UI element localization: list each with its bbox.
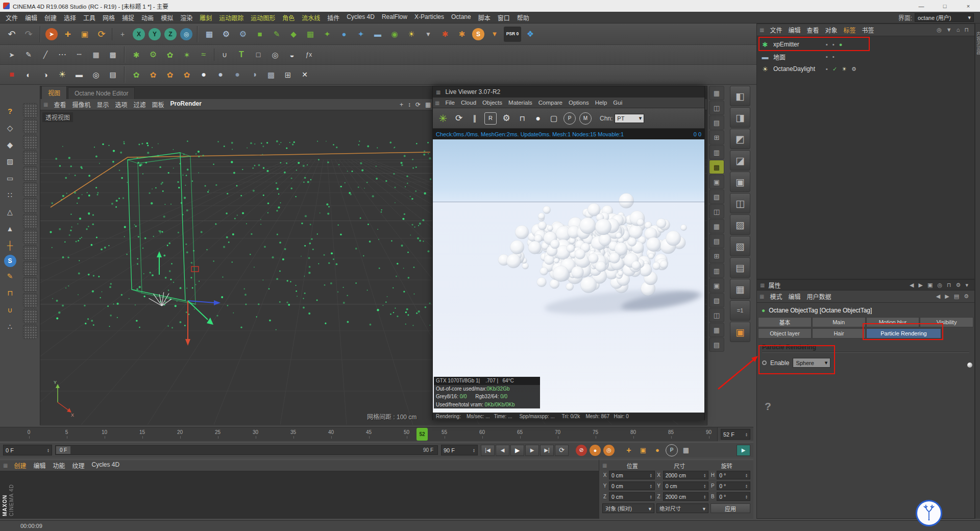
size-mode-select[interactable]: 绝对尺寸▾ bbox=[656, 503, 708, 513]
attribute-tab[interactable]: Motion blur bbox=[866, 317, 920, 327]
knife-icon[interactable]: ╱ bbox=[38, 47, 53, 62]
playhead[interactable]: 52 bbox=[416, 428, 428, 441]
snap-tool-icon[interactable]: ◫ bbox=[709, 204, 724, 219]
material-menu-item[interactable]: Cycles 4D bbox=[88, 461, 124, 470]
history-back-icon[interactable]: ◀ bbox=[936, 293, 940, 300]
palette-slot-icon[interactable] bbox=[23, 103, 37, 117]
record-button[interactable]: ⊘ bbox=[576, 445, 587, 456]
lock-icon[interactable]: ⊓ bbox=[964, 27, 969, 33]
attribute-tab[interactable]: 基本 bbox=[758, 317, 812, 327]
loop-button[interactable]: ⟳ bbox=[555, 445, 569, 456]
palette-slot-icon[interactable] bbox=[23, 135, 37, 149]
modeling-cube-icon[interactable]: ▣ bbox=[730, 172, 750, 192]
sphere-checker-icon[interactable]: ▩ bbox=[263, 67, 279, 82]
mograph-burst-icon[interactable]: ✶ bbox=[179, 47, 194, 62]
om-menu-item[interactable]: 编辑 bbox=[785, 26, 803, 34]
modeling-cube-icon[interactable]: ◪ bbox=[730, 150, 750, 171]
toolbar-separator[interactable] bbox=[124, 46, 125, 63]
layer-count-icon[interactable]: =1 bbox=[730, 300, 750, 321]
model-mode-icon[interactable]: ◆ bbox=[3, 137, 18, 152]
object-tag-icon[interactable]: ☀ bbox=[842, 66, 847, 73]
menu-item[interactable]: 工具 bbox=[80, 13, 99, 22]
live-viewer-menu-item[interactable]: Cloud bbox=[458, 100, 479, 106]
snap-tool-icon[interactable]: ⊞ bbox=[709, 249, 724, 263]
size-field[interactable]: 2000 cm▲▼ bbox=[663, 492, 709, 501]
magnet-icon[interactable]: ∪ bbox=[217, 47, 232, 62]
float-icon[interactable]: ▣ bbox=[927, 282, 933, 288]
play-button[interactable]: ▶ bbox=[510, 445, 524, 456]
object-toggle-icon[interactable]: ▪ bbox=[832, 41, 835, 47]
menu-item[interactable]: 运动跟踪 bbox=[215, 13, 247, 22]
range-end-handle[interactable]: 90 F bbox=[420, 446, 437, 454]
material-menu-item[interactable]: 功能 bbox=[49, 461, 68, 470]
palette-slot-icon[interactable] bbox=[23, 293, 37, 307]
snap-mode-icon[interactable]: ∪ bbox=[3, 302, 18, 318]
cube-tool-icon[interactable]: □ bbox=[251, 47, 266, 62]
sphere-dark-icon[interactable]: ● bbox=[230, 67, 245, 82]
modeling-cube-icon[interactable]: ▤ bbox=[730, 257, 750, 278]
snap-tool-icon[interactable]: ▧ bbox=[709, 293, 724, 307]
palette-slot-icon[interactable] bbox=[23, 325, 37, 339]
current-frame-field[interactable]: 52 F▲▼ bbox=[721, 429, 750, 440]
lock-workplane-icon[interactable]: ⊓ bbox=[3, 285, 18, 301]
material-menu-item[interactable]: 创建 bbox=[10, 461, 30, 470]
region-icon[interactable]: ▢ bbox=[548, 112, 560, 125]
lock-y-axis-icon[interactable]: Y bbox=[149, 28, 161, 40]
render-view-icon[interactable]: ▦ bbox=[202, 27, 217, 42]
spline-dash-icon[interactable]: ┄ bbox=[71, 47, 87, 62]
palette-slot-icon[interactable] bbox=[23, 198, 37, 212]
object-toggle-icon[interactable]: ▪ bbox=[826, 66, 828, 72]
move-icon[interactable]: + bbox=[60, 27, 76, 42]
bw-render2-icon[interactable]: ◑ bbox=[38, 67, 53, 82]
next-frame-button[interactable]: ▶ bbox=[525, 445, 539, 456]
gear-icon[interactable]: ⚙ bbox=[964, 293, 969, 300]
octane-logo-icon[interactable]: ✳ bbox=[437, 112, 449, 125]
environment-icon[interactable]: ● bbox=[336, 27, 352, 42]
mograph-wave-icon[interactable]: ≈ bbox=[196, 47, 211, 62]
flower-green-icon[interactable]: ✿ bbox=[129, 67, 144, 82]
render-settings-icon[interactable]: ⚙ bbox=[218, 27, 234, 42]
ball-icon[interactable]: ● bbox=[532, 112, 544, 125]
sun-light-icon[interactable]: ☀ bbox=[55, 67, 70, 82]
end-frame-field[interactable]: 90 F▲▼ bbox=[441, 445, 478, 455]
object-row[interactable]: ✱ xpEmitter ▪ ▪ ● bbox=[757, 38, 974, 51]
texture-mode-icon[interactable]: ▨ bbox=[3, 154, 18, 169]
search-icon[interactable]: ◎ bbox=[937, 27, 942, 33]
render-queue-icon[interactable]: ⚙ bbox=[235, 27, 251, 42]
modeling-cube-icon[interactable]: ▨ bbox=[730, 214, 750, 235]
menu-item[interactable]: 插件 bbox=[324, 13, 343, 22]
tab-view[interactable]: 视图 bbox=[41, 86, 67, 99]
object-row[interactable]: ☀ OctaneDaylight ▪ ✓ ☀ ⚙ bbox=[757, 63, 974, 75]
material-menu-item[interactable]: 纹理 bbox=[69, 461, 88, 470]
pan-view-icon[interactable]: + bbox=[400, 101, 403, 108]
sphere-mid-icon[interactable]: ● bbox=[213, 67, 228, 82]
modeling-cube-icon[interactable]: ◨ bbox=[730, 107, 750, 128]
menu-item[interactable]: 角色 bbox=[279, 13, 298, 22]
attribute-tab[interactable]: Object layer bbox=[758, 328, 812, 339]
viewport-menu-item[interactable]: 显示 bbox=[93, 100, 112, 109]
goto-end-button[interactable]: ▶| bbox=[540, 445, 554, 456]
channel-select[interactable]: PT▾ bbox=[615, 114, 644, 123]
refresh-icon[interactable]: ⟳ bbox=[453, 112, 465, 125]
snap-tool-icon[interactable]: ▥ bbox=[709, 263, 724, 278]
snap-tool-icon[interactable]: ◫ bbox=[709, 308, 724, 322]
snap-tool-icon[interactable]: ▦ bbox=[709, 86, 724, 100]
lock-icon[interactable]: ⊓ bbox=[516, 112, 528, 125]
menu-item[interactable]: 动画 bbox=[138, 13, 157, 22]
bw-render-icon[interactable]: ◐ bbox=[21, 67, 36, 82]
viewport-menu-item[interactable]: 面板 bbox=[149, 100, 167, 109]
tab-octane-node-editor[interactable]: Octane Node Editor bbox=[68, 87, 135, 99]
attribute-tab[interactable]: Main bbox=[812, 317, 866, 327]
object-name[interactable]: xpEmitter bbox=[773, 41, 822, 48]
light-icon[interactable]: ☀ bbox=[404, 27, 419, 42]
viewport-menu-item[interactable]: 摄像机 bbox=[69, 100, 93, 109]
render-view[interactable]: GTX 1070Ti/8Gb 1| .707 | 64°C Out-of-cor… bbox=[433, 139, 704, 413]
object-name[interactable]: 地面 bbox=[773, 53, 822, 61]
modeling-cube-icon[interactable]: ▧ bbox=[730, 236, 750, 256]
object-toggle-icon[interactable]: ✓ bbox=[832, 66, 837, 73]
lock-icon[interactable]: ⊓ bbox=[947, 282, 951, 288]
key-pla-toggle[interactable]: ▦ bbox=[680, 444, 692, 456]
live-viewer-titlebar[interactable]: ▦ Live Viewer 3.07-R2 bbox=[433, 86, 704, 98]
pause-icon[interactable]: ∥ bbox=[469, 112, 481, 125]
fx-icon[interactable]: ƒx bbox=[301, 47, 316, 62]
